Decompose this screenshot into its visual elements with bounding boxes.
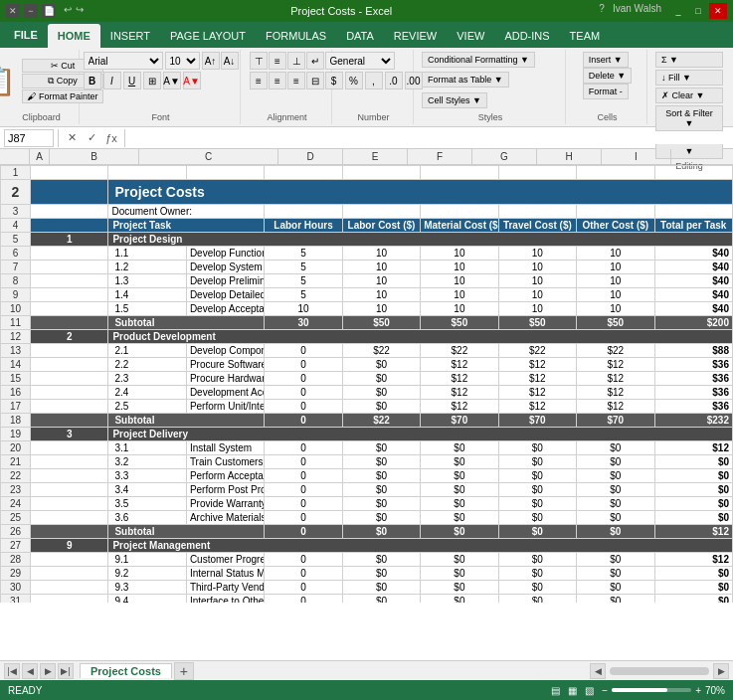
cell[interactable] (265, 166, 342, 180)
subtotal-labor[interactable]: 0 (265, 414, 342, 428)
material-cost[interactable]: $12 (421, 372, 498, 386)
material-cost[interactable]: 10 (421, 302, 498, 316)
cancel-formula-btn[interactable]: ✕ (63, 129, 81, 147)
task-id[interactable]: 9.2 (108, 567, 186, 581)
col-header-labor-hours[interactable]: Labor Hours (265, 219, 342, 233)
task-name[interactable]: Archive Materials (186, 511, 264, 525)
other-cost[interactable]: 10 (577, 247, 654, 261)
subtotal-label[interactable]: Subtotal (108, 525, 265, 539)
home-tab[interactable]: HOME (48, 24, 100, 48)
task-name[interactable]: Development Acceptance Test Package (186, 386, 264, 400)
other-cost[interactable]: $0 (577, 595, 654, 604)
section-title[interactable]: Product Development (108, 330, 733, 344)
col-header-total[interactable]: Total per Task (654, 219, 733, 233)
travel-cost[interactable]: 10 (498, 274, 576, 288)
subtotal-material[interactable]: $70 (421, 414, 498, 428)
labor-cost[interactable]: $0 (342, 441, 420, 455)
sort-filter-btn[interactable]: Sort & Filter ▼ (655, 105, 723, 131)
travel-cost[interactable]: $0 (498, 455, 576, 469)
material-cost[interactable]: $0 (421, 469, 498, 483)
material-cost[interactable]: $0 (421, 497, 498, 511)
subtotal-label[interactable]: Subtotal (108, 414, 265, 428)
task-id[interactable]: 2.3 (108, 372, 186, 386)
other-cost[interactable]: $12 (577, 372, 654, 386)
travel-cost[interactable]: $0 (498, 581, 576, 595)
col-header-d[interactable]: D (278, 149, 343, 164)
section-num[interactable]: 2 (31, 330, 108, 344)
labor-hours[interactable]: 0 (265, 400, 342, 414)
other-cost[interactable]: $0 (577, 455, 654, 469)
travel-cost[interactable]: $0 (498, 511, 576, 525)
task-id[interactable]: 1.5 (108, 302, 186, 316)
zoom-out-btn[interactable]: − (602, 685, 608, 696)
travel-cost[interactable]: $22 (498, 344, 576, 358)
subtotal-travel[interactable]: $0 (498, 525, 576, 539)
zoom-bar[interactable] (612, 688, 691, 692)
labor-cost[interactable]: $0 (342, 469, 420, 483)
subtotal-other[interactable]: $0 (577, 525, 654, 539)
travel-cost[interactable]: $12 (498, 400, 576, 414)
col-header-c[interactable]: C (139, 149, 278, 164)
material-cost[interactable]: $0 (421, 441, 498, 455)
col-header-e[interactable]: E (343, 149, 408, 164)
confirm-formula-btn[interactable]: ✓ (83, 129, 100, 147)
total[interactable]: $0 (654, 581, 733, 595)
col-header-task[interactable] (31, 219, 108, 233)
cell[interactable] (498, 166, 576, 180)
labor-hours[interactable]: 0 (265, 358, 342, 372)
cell[interactable] (31, 180, 108, 205)
subtotal-labor[interactable]: 0 (265, 525, 342, 539)
cell[interactable] (31, 441, 108, 455)
autosum-btn[interactable]: Σ ▼ (655, 52, 723, 68)
labor-cost[interactable]: $0 (342, 455, 420, 469)
total[interactable]: $40 (654, 302, 733, 316)
addins-tab[interactable]: ADD-INS (494, 24, 559, 48)
travel-cost[interactable]: $0 (498, 567, 576, 581)
section-num[interactable]: 1 (31, 233, 108, 247)
col-header-material[interactable]: Material Cost ($) (421, 219, 498, 233)
task-id[interactable]: 1.2 (108, 261, 186, 274)
labor-cost[interactable]: $0 (342, 553, 420, 567)
col-header-g[interactable]: G (472, 149, 537, 164)
cell[interactable] (265, 205, 342, 219)
cell[interactable] (31, 247, 108, 261)
first-sheet-btn[interactable]: |◀ (4, 663, 20, 679)
subtotal-material[interactable]: $50 (421, 316, 498, 330)
col-header-b[interactable]: B (50, 149, 139, 164)
material-cost[interactable]: $12 (421, 400, 498, 414)
section-title[interactable]: Project Delivery (108, 428, 733, 441)
other-cost[interactable]: $0 (577, 483, 654, 497)
task-name[interactable]: Develop Functional Specifications (186, 247, 264, 261)
format-as-table-btn[interactable]: Format as Table ▼ (422, 72, 509, 88)
right-align-btn[interactable]: ≡ (287, 72, 305, 89)
undo-btn[interactable]: ↩ (64, 4, 72, 18)
labor-hours[interactable]: 0 (265, 386, 342, 400)
col-header-task-name[interactable]: Project Task (108, 219, 265, 233)
review-tab[interactable]: REVIEW (384, 24, 447, 48)
travel-cost[interactable]: 10 (498, 302, 576, 316)
labor-cost[interactable]: 10 (342, 302, 420, 316)
travel-cost[interactable]: $12 (498, 372, 576, 386)
task-name[interactable]: Interface to Other Internal Departments (186, 595, 264, 604)
cell[interactable] (31, 344, 108, 358)
task-name[interactable]: Perform Post Project Review (186, 483, 264, 497)
insert-btn[interactable]: Insert ▼ (583, 52, 629, 68)
material-cost[interactable]: $0 (421, 483, 498, 497)
labor-hours[interactable]: 0 (265, 567, 342, 581)
cell[interactable] (342, 166, 420, 180)
material-cost[interactable]: 10 (421, 247, 498, 261)
task-id[interactable]: 1.1 (108, 247, 186, 261)
task-name[interactable]: Procure Hardware (186, 372, 264, 386)
task-id[interactable]: 1.4 (108, 288, 186, 302)
subtotal-other[interactable]: $70 (577, 414, 654, 428)
labor-hours[interactable]: 0 (265, 441, 342, 455)
travel-cost[interactable]: $0 (498, 469, 576, 483)
labor-cost[interactable]: 10 (342, 274, 420, 288)
conditional-formatting-btn[interactable]: Conditional Formatting ▼ (422, 52, 535, 68)
formulas-tab[interactable]: FORMULAS (256, 24, 336, 48)
labor-hours[interactable]: 5 (265, 274, 342, 288)
subtotal-material[interactable]: $0 (421, 525, 498, 539)
col-header-other[interactable]: Other Cost ($) (577, 219, 654, 233)
section-title[interactable]: Project Management (108, 539, 733, 553)
help-icon[interactable]: ? (599, 3, 605, 19)
